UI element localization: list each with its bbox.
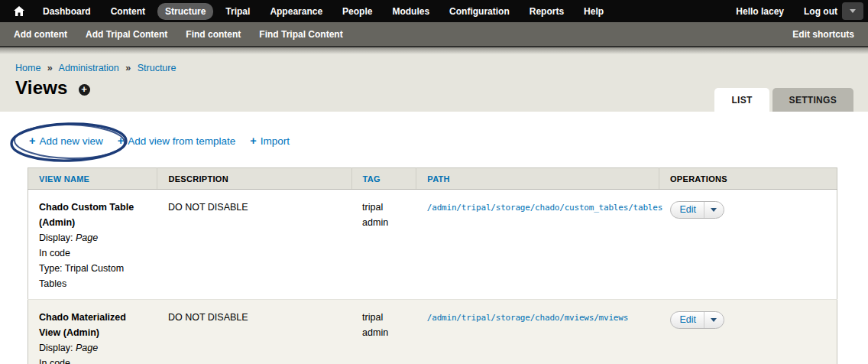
admin-menu: Dashboard Content Structure Tripal Appea… (35, 3, 616, 20)
breadcrumb-separator: » (125, 63, 131, 73)
view-description: DO NOT DISABLE (157, 300, 351, 364)
breadcrumb-administration[interactable]: Administration (59, 63, 119, 73)
page-title: Views (15, 77, 68, 99)
view-description: DO NOT DISABLE (157, 190, 351, 300)
dropdown-toggle-button[interactable] (704, 314, 724, 327)
sort-view-name-link[interactable]: VIEW NAME (39, 174, 89, 184)
view-type: Type: Tripal Custom Tables (39, 261, 147, 291)
page-header-band: Home » Administration » Structure Views … (0, 47, 868, 112)
plus-icon: + (250, 135, 256, 147)
display-value: Page (76, 232, 98, 243)
plus-icon: + (118, 135, 124, 147)
plus-icon: + (29, 135, 35, 147)
view-display: Display: Page (39, 340, 147, 356)
dropdown-toggle-button[interactable] (704, 203, 724, 216)
action-label: Add new view (39, 135, 102, 147)
view-storage: In code (39, 245, 147, 261)
header-operations: OPERATIONS (659, 168, 837, 190)
view-path-link[interactable]: /admin/tripal/storage/chado/custom_table… (427, 203, 662, 213)
display-value: Page (76, 343, 98, 353)
greeting-prefix: Hello (736, 6, 758, 17)
view-operations-cell: Edit (659, 300, 837, 364)
display-label: Display: (39, 232, 73, 243)
nav-item-dashboard[interactable]: Dashboard (35, 3, 99, 20)
nav-item-reports[interactable]: Reports (522, 3, 572, 20)
admin-toolbar: Dashboard Content Structure Tripal Appea… (0, 0, 868, 22)
shortcut-add-content[interactable]: Add content (14, 29, 67, 40)
shortcuts-bar: Add content Add Tripal Content Find cont… (0, 22, 868, 47)
nav-item-people[interactable]: People (335, 3, 380, 20)
caret-down-icon (850, 9, 856, 16)
user-greeting[interactable]: Hello lacey (736, 6, 784, 17)
action-label: Import (261, 135, 290, 147)
add-new-view-link[interactable]: + Add new view (29, 135, 103, 147)
action-links: + Add new view + Add view from template … (29, 135, 868, 147)
sort-path-link[interactable]: PATH (427, 174, 450, 184)
nav-item-modules[interactable]: Modules (384, 3, 437, 20)
tab-settings[interactable]: SETTINGS (772, 88, 853, 112)
view-path-link[interactable]: /admin/tripal/storage/chado/mviews/mview… (427, 313, 628, 323)
table-row: Chado Materialized View (Admin) Display:… (28, 300, 837, 364)
sort-tag-link[interactable]: TAG (363, 174, 381, 184)
view-name-cell: Chado Custom Table (Admin) Display: Page… (28, 190, 157, 300)
edit-shortcuts-link[interactable]: Edit shortcuts (792, 29, 854, 40)
view-path-cell: /admin/tripal/storage/chado/mviews/mview… (416, 300, 659, 364)
view-path-cell: /admin/tripal/storage/chado/custom_table… (416, 190, 659, 300)
tab-list[interactable]: LIST (714, 88, 769, 112)
header-view-name: VIEW NAME (28, 168, 157, 190)
add-view-from-template-link[interactable]: + Add view from template (118, 135, 236, 147)
shortcut-add-tripal-content[interactable]: Add Tripal Content (86, 29, 167, 40)
nav-item-configuration[interactable]: Configuration (442, 3, 517, 20)
edit-dropbutton: Edit (670, 311, 725, 329)
views-table-header: VIEW NAME DESCRIPTION TAG PATH OPERATION… (28, 168, 837, 190)
primary-tabs: LIST SETTINGS (711, 88, 853, 112)
caret-down-icon (711, 208, 717, 215)
nav-item-content[interactable]: Content (103, 3, 153, 20)
view-display: Display: Page (39, 230, 147, 245)
shortcut-find-content[interactable]: Find content (186, 29, 241, 40)
nav-item-help[interactable]: Help (576, 3, 611, 20)
header-description: DESCRIPTION (157, 168, 351, 190)
header-tag: TAG (351, 168, 416, 190)
view-tag: tripal admin (351, 300, 416, 364)
breadcrumb-separator: » (47, 63, 53, 73)
edit-button[interactable]: Edit (671, 311, 704, 329)
shortcut-find-tripal-content[interactable]: Find Tripal Content (259, 29, 342, 40)
breadcrumb: Home » Administration » Structure (15, 63, 868, 73)
view-name: Chado Custom Table (Admin) (39, 200, 147, 230)
nav-item-structure[interactable]: Structure (157, 3, 213, 20)
nav-item-appearance[interactable]: Appearance (262, 3, 330, 20)
table-row: Chado Custom Table (Admin) Display: Page… (28, 190, 837, 300)
action-label: Add view from template (128, 135, 235, 147)
main-content: + Add new view + Add view from template … (0, 112, 868, 364)
breadcrumb-home[interactable]: Home (15, 63, 40, 73)
display-label: Display: (39, 343, 73, 353)
caret-down-icon (711, 318, 717, 325)
home-icon[interactable] (9, 3, 29, 20)
view-tag: tripal admin (351, 190, 416, 300)
import-link[interactable]: + Import (250, 135, 290, 147)
view-name-cell: Chado Materialized View (Admin) Display:… (28, 300, 157, 364)
views-table: VIEW NAME DESCRIPTION TAG PATH OPERATION… (28, 167, 837, 364)
view-storage: In code (39, 356, 147, 364)
nav-item-tripal[interactable]: Tripal (218, 3, 257, 20)
breadcrumb-structure[interactable]: Structure (138, 63, 177, 73)
logout-link[interactable]: Log out (804, 6, 837, 17)
add-shortcut-icon[interactable]: + (79, 84, 90, 96)
username: lacey (761, 6, 784, 17)
toolbar-toggle-button[interactable] (842, 2, 863, 20)
header-path: PATH (416, 168, 659, 190)
edit-button[interactable]: Edit (671, 201, 704, 219)
view-name: Chado Materialized View (Admin) (39, 310, 147, 340)
edit-dropbutton: Edit (670, 201, 725, 219)
view-operations-cell: Edit (659, 190, 837, 300)
